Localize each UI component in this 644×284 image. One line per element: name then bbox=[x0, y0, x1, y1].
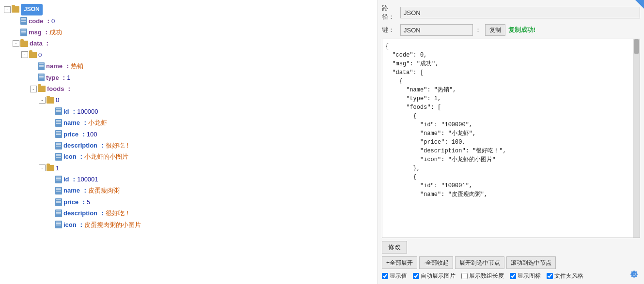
foods-1-name-key: name ： bbox=[63, 185, 88, 196]
modify-button[interactable]: 修改 bbox=[382, 241, 407, 254]
modify-row: 修改 bbox=[382, 241, 640, 256]
foods-0-index: 0 bbox=[56, 94, 59, 105]
foods-0-id-key: id ： bbox=[63, 106, 77, 117]
foods-0-desc-value: 很好吃！ bbox=[106, 140, 131, 151]
foods-1-id-node: id ： 100001 bbox=[4, 174, 377, 185]
copy-button[interactable]: 复制 bbox=[485, 24, 505, 36]
foods-0-id-node: id ： 100000 bbox=[4, 106, 377, 117]
data-0-type-node: type ： 1 bbox=[4, 72, 377, 83]
foods-1-price-node: price ： 5 bbox=[4, 196, 377, 208]
json-tree-panel: - JSON code ： 0 msg ： 成功 bbox=[0, 0, 378, 284]
data-0-name-value: 热销 bbox=[71, 60, 83, 72]
foods-0-folder-icon bbox=[47, 97, 54, 104]
foods-1-icon-icon bbox=[55, 221, 62, 228]
option-array-length-checkbox[interactable] bbox=[461, 273, 468, 279]
foods-0-price-node: price ： 100 bbox=[4, 129, 377, 140]
data-0-children: name ： 热销 type ： 1 bbox=[4, 60, 377, 230]
code-doc-icon bbox=[20, 17, 27, 25]
option-auto-img-checkbox[interactable] bbox=[413, 273, 419, 279]
foods-0-name-node: name ： 小龙虾 bbox=[4, 117, 377, 128]
option-show-icon-checkbox[interactable] bbox=[510, 273, 516, 279]
foods-0-price-icon bbox=[55, 130, 62, 138]
option-array-length[interactable]: 展示数组长度 bbox=[461, 272, 504, 280]
key-row: 键： ： 复制 复制成功! bbox=[382, 24, 640, 36]
msg-key: msg ： bbox=[29, 27, 49, 38]
msg-value: 成功 bbox=[49, 27, 62, 38]
foods-0-icon-key: icon ： bbox=[63, 151, 84, 162]
data-0-foods-key: foods ： bbox=[47, 83, 72, 94]
option-show-value-checkbox[interactable] bbox=[382, 273, 388, 279]
data-0-foods-toggle[interactable]: - bbox=[30, 86, 37, 92]
expand-all-button[interactable]: +全部展开 bbox=[382, 256, 417, 269]
data-children: - 0 name ： 热销 bbox=[4, 49, 377, 230]
foods-1-icon-key: icon ： bbox=[63, 219, 84, 230]
scrollbar bbox=[633, 39, 640, 238]
code-key: code ： bbox=[29, 15, 51, 27]
option-folder-style[interactable]: 文件夹风格 bbox=[547, 272, 583, 280]
path-row: 路径： bbox=[382, 4, 640, 21]
foods-0-name-icon bbox=[55, 119, 62, 127]
key-label: 键： bbox=[382, 26, 400, 34]
foods-0-desc-key: description ： bbox=[63, 140, 106, 151]
msg-node: msg ： 成功 bbox=[4, 27, 377, 38]
foods-1-icon-value: 皮蛋瘦肉粥的小图片 bbox=[84, 219, 141, 230]
foods-1-id-key: id ： bbox=[63, 174, 77, 185]
data-toggle[interactable]: - bbox=[13, 40, 19, 47]
json-textarea[interactable]: { "code": 0, "msg": "成功", "data": [ { "n… bbox=[382, 39, 640, 238]
root-folder-icon bbox=[12, 6, 19, 13]
options-row: 显示值 自动展示图片 展示数组长度 显示图标 文件夹风格 bbox=[382, 272, 640, 280]
option-folder-style-checkbox[interactable] bbox=[547, 273, 553, 279]
foods-1-name-value: 皮蛋瘦肉粥 bbox=[88, 185, 120, 196]
data-0-type-doc-icon bbox=[38, 74, 45, 81]
data-0-toggle[interactable]: - bbox=[21, 51, 28, 58]
root-toggle[interactable]: - bbox=[4, 6, 11, 13]
foods-0-toggle[interactable]: - bbox=[39, 97, 46, 104]
foods-1-node: - 1 bbox=[4, 163, 377, 174]
foods-1-price-key: price ： bbox=[63, 196, 87, 208]
data-0-foods-children: - 0 id ： 100000 bbox=[4, 94, 377, 230]
msg-doc-icon bbox=[20, 29, 27, 36]
data-0-name-doc-icon bbox=[38, 62, 45, 70]
foods-1-desc-key: description ： bbox=[63, 208, 106, 219]
data-0-foods-node: - foods ： bbox=[4, 83, 377, 94]
foods-1-index: 1 bbox=[56, 163, 59, 174]
key-input[interactable] bbox=[400, 24, 473, 36]
foods-1-id-value: 100001 bbox=[77, 174, 98, 185]
option-auto-img[interactable]: 自动展示图片 bbox=[413, 272, 456, 280]
option-show-icon[interactable]: 显示图标 bbox=[510, 272, 541, 280]
foods-1-desc-icon bbox=[55, 209, 62, 217]
code-value: 0 bbox=[51, 15, 55, 27]
foods-1-toggle[interactable]: - bbox=[39, 164, 46, 171]
option-show-icon-label: 显示图标 bbox=[518, 272, 541, 280]
root-children: code ： 0 msg ： 成功 - data ： bbox=[4, 15, 377, 230]
foods-1-desc-node: description ： 很好吃！ bbox=[4, 208, 377, 219]
data-0-node: - 0 bbox=[4, 49, 377, 60]
expand-to-selected-button[interactable]: 展开到选中节点 bbox=[455, 256, 504, 269]
action-row: +全部展开 -全部收起 展开到选中节点 滚动到选中节点 bbox=[382, 256, 640, 269]
settings-gear-icon[interactable] bbox=[629, 269, 639, 279]
data-key: data ： bbox=[30, 38, 50, 49]
foods-0-node: - 0 bbox=[4, 94, 377, 105]
foods-1-name-node: name ： 皮蛋瘦肉粥 bbox=[4, 185, 377, 196]
foods-1-children: id ： 100001 name ： 皮蛋瘦肉粥 bbox=[4, 174, 377, 230]
data-0-folder-icon bbox=[29, 52, 37, 58]
option-folder-style-label: 文件夹风格 bbox=[554, 272, 583, 280]
foods-1-name-icon bbox=[55, 187, 62, 194]
foods-1-id-icon bbox=[55, 176, 62, 183]
path-input[interactable] bbox=[400, 7, 640, 18]
foods-1-icon-node: icon ： 皮蛋瘦肉粥的小图片 bbox=[4, 219, 377, 230]
foods-1-folder-icon bbox=[47, 165, 54, 171]
data-0-name-key: name ： bbox=[46, 60, 71, 72]
code-node: code ： 0 bbox=[4, 15, 377, 27]
option-auto-img-label: 自动展示图片 bbox=[421, 272, 456, 280]
foods-0-id-icon bbox=[55, 107, 62, 115]
option-show-value[interactable]: 显示值 bbox=[382, 272, 407, 280]
root-node: - JSON bbox=[4, 4, 377, 15]
key-colon: ： bbox=[475, 26, 481, 34]
foods-0-name-key: name ： bbox=[63, 117, 88, 128]
copy-success-label: 复制成功! bbox=[508, 26, 535, 34]
option-show-value-label: 显示值 bbox=[390, 272, 407, 280]
right-panel: 路径： 键： ： 复制 复制成功! { "code": 0, "msg": "成… bbox=[378, 0, 644, 284]
collapse-all-button[interactable]: -全部收起 bbox=[419, 256, 453, 269]
scroll-to-selected-button[interactable]: 滚动到选中节点 bbox=[506, 256, 556, 269]
